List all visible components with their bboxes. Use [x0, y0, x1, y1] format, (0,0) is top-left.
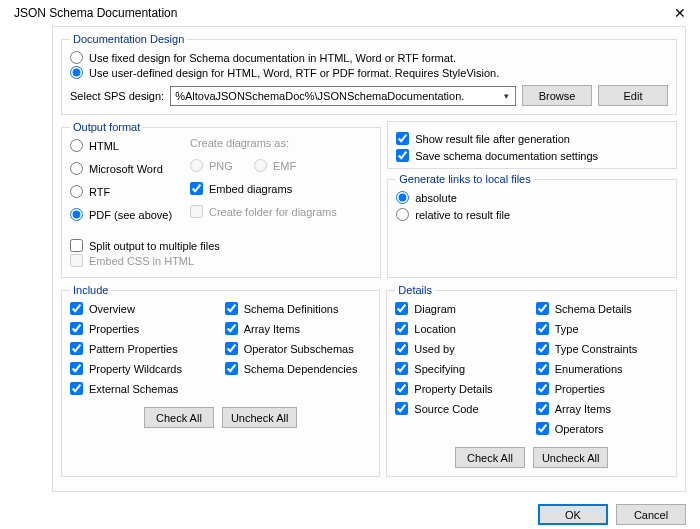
- edit-button[interactable]: Edit: [598, 85, 668, 106]
- details-operators-label: Operators: [555, 423, 604, 435]
- include-schema-defs-check[interactable]: [225, 302, 238, 315]
- details-diagram-check[interactable]: [395, 302, 408, 315]
- details-used-by-check[interactable]: [395, 342, 408, 355]
- diag-png-label: PNG: [209, 160, 233, 172]
- format-pdf-label: PDF (see above): [89, 209, 172, 221]
- details-schema-details-label: Schema Details: [555, 303, 632, 315]
- details-array-items-label: Array Items: [555, 403, 611, 415]
- sps-design-combo[interactable]: %AltovaJSONSchemaDoc%\JSONSchemaDocument…: [170, 86, 516, 106]
- include-op-subschemas-label: Operator Subschemas: [244, 343, 354, 355]
- details-location-check[interactable]: [395, 322, 408, 335]
- create-diagrams-as-label: Create diagrams as:: [190, 137, 372, 149]
- format-rtf-radio[interactable]: [70, 185, 83, 198]
- include-ext-schemas-label: External Schemas: [89, 383, 178, 395]
- include-op-subschemas-check[interactable]: [225, 342, 238, 355]
- create-folder-check: [190, 205, 203, 218]
- details-enumerations-label: Enumerations: [555, 363, 623, 375]
- split-output-check[interactable]: [70, 239, 83, 252]
- include-array-items-check[interactable]: [225, 322, 238, 335]
- include-check-all-button[interactable]: Check All: [144, 407, 214, 428]
- format-word-radio[interactable]: [70, 162, 83, 175]
- include-prop-wildcards-label: Property Wildcards: [89, 363, 182, 375]
- split-output-label: Split output to multiple files: [89, 240, 220, 252]
- format-html-label: HTML: [89, 140, 119, 152]
- links-relative-radio[interactable]: [396, 208, 409, 221]
- links-title: Generate links to local files: [396, 173, 533, 185]
- details-array-items-check[interactable]: [536, 402, 549, 415]
- diag-emf-radio: [254, 159, 267, 172]
- format-rtf-label: RTF: [89, 186, 110, 198]
- details-operators-check[interactable]: [536, 422, 549, 435]
- include-title: Include: [70, 284, 111, 296]
- embed-css-check: [70, 254, 83, 267]
- format-pdf-radio[interactable]: [70, 208, 83, 221]
- details-schema-details-check[interactable]: [536, 302, 549, 315]
- include-ext-schemas-check[interactable]: [70, 382, 83, 395]
- details-type-check[interactable]: [536, 322, 549, 335]
- design-fixed-label: Use fixed design for Schema documentatio…: [89, 52, 456, 64]
- details-title: Details: [395, 284, 435, 296]
- documentation-design-group: Documentation Design Use fixed design fo…: [61, 33, 677, 115]
- include-pattern-props-label: Pattern Properties: [89, 343, 178, 355]
- details-group: Details Diagram Schema Details Location …: [386, 284, 677, 477]
- details-enumerations-check[interactable]: [536, 362, 549, 375]
- design-fixed-radio[interactable]: [70, 51, 83, 64]
- output-format-title: Output format: [70, 121, 143, 133]
- include-overview-check[interactable]: [70, 302, 83, 315]
- include-schema-defs-label: Schema Definitions: [244, 303, 339, 315]
- embed-css-label: Embed CSS in HTML: [89, 255, 194, 267]
- cancel-button[interactable]: Cancel: [616, 504, 686, 525]
- include-overview-label: Overview: [89, 303, 135, 315]
- details-used-by-label: Used by: [414, 343, 454, 355]
- window-title: JSON Schema Documentation: [14, 6, 177, 20]
- details-diagram-label: Diagram: [414, 303, 456, 315]
- details-prop-details-label: Property Details: [414, 383, 492, 395]
- details-type-constraints-label: Type Constraints: [555, 343, 638, 355]
- include-properties-check[interactable]: [70, 322, 83, 335]
- documentation-design-title: Documentation Design: [70, 33, 187, 45]
- details-source-code-check[interactable]: [395, 402, 408, 415]
- ok-button[interactable]: OK: [538, 504, 608, 525]
- links-relative-label: relative to result file: [415, 209, 510, 221]
- sps-label: Select SPS design:: [70, 90, 164, 102]
- details-type-label: Type: [555, 323, 579, 335]
- details-properties-check[interactable]: [536, 382, 549, 395]
- links-absolute-radio[interactable]: [396, 191, 409, 204]
- save-schema-check[interactable]: [396, 149, 409, 162]
- embed-diagrams-check[interactable]: [190, 182, 203, 195]
- embed-diagrams-label: Embed diagrams: [209, 183, 292, 195]
- details-source-code-label: Source Code: [414, 403, 478, 415]
- include-prop-wildcards-check[interactable]: [70, 362, 83, 375]
- create-folder-label: Create folder for diagrams: [209, 206, 337, 218]
- include-uncheck-all-button[interactable]: Uncheck All: [222, 407, 297, 428]
- diag-png-radio: [190, 159, 203, 172]
- details-check-all-button[interactable]: Check All: [455, 447, 525, 468]
- include-schema-deps-check[interactable]: [225, 362, 238, 375]
- details-location-label: Location: [414, 323, 456, 335]
- design-user-label: Use user-defined design for HTML, Word, …: [89, 67, 499, 79]
- show-result-label: Show result file after generation: [415, 133, 570, 145]
- diag-emf-label: EMF: [273, 160, 296, 172]
- details-properties-label: Properties: [555, 383, 605, 395]
- format-word-label: Microsoft Word: [89, 163, 163, 175]
- browse-button[interactable]: Browse: [522, 85, 592, 106]
- sps-design-value: %AltovaJSONSchemaDoc%\JSONSchemaDocument…: [175, 90, 499, 102]
- show-result-check[interactable]: [396, 132, 409, 145]
- include-group: Include Overview Schema Definitions Prop…: [61, 284, 380, 477]
- details-prop-details-check[interactable]: [395, 382, 408, 395]
- details-uncheck-all-button[interactable]: Uncheck All: [533, 447, 608, 468]
- close-icon[interactable]: ✕: [670, 6, 690, 20]
- format-html-radio[interactable]: [70, 139, 83, 152]
- links-group: Generate links to local files absolute r…: [387, 173, 677, 278]
- details-type-constraints-check[interactable]: [536, 342, 549, 355]
- chevron-down-icon[interactable]: ▾: [499, 91, 513, 101]
- include-pattern-props-check[interactable]: [70, 342, 83, 355]
- details-specifying-label: Specifying: [414, 363, 465, 375]
- output-format-group: Output format HTML Microsoft Word RTF PD…: [61, 121, 381, 278]
- save-schema-label: Save schema documentation settings: [415, 150, 598, 162]
- include-properties-label: Properties: [89, 323, 139, 335]
- details-specifying-check[interactable]: [395, 362, 408, 375]
- include-array-items-label: Array Items: [244, 323, 300, 335]
- design-user-radio[interactable]: [70, 66, 83, 79]
- include-schema-deps-label: Schema Dependencies: [244, 363, 358, 375]
